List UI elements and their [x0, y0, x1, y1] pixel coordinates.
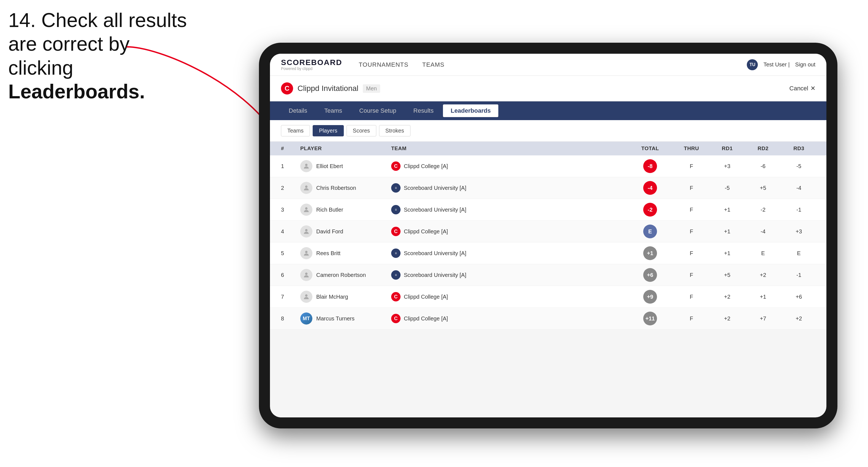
cell-rank: 1 — [281, 163, 298, 169]
team-icon: C — [391, 292, 401, 302]
cell-thru: F — [675, 294, 708, 300]
player-avatar — [300, 182, 312, 194]
table-row: 1 Elliot Ebert C Clippd College [A] -8 F… — [270, 155, 827, 177]
cell-player: Chris Robertson — [300, 182, 389, 194]
cell-rd1: +2 — [711, 294, 744, 300]
team-icon: ≡ — [391, 270, 401, 280]
cell-rd1: +5 — [711, 272, 744, 278]
team-name: Scoreboard University [A] — [404, 207, 466, 213]
player-avatar — [300, 160, 312, 172]
cell-thru: F — [675, 228, 708, 235]
th-total: TOTAL — [628, 146, 672, 152]
team-icon: ≡ — [391, 205, 401, 214]
cell-team: ≡ Scoreboard University [A] — [391, 270, 625, 280]
th-rank: # — [281, 146, 298, 152]
tab-leaderboards[interactable]: Leaderboards — [443, 104, 499, 117]
table-row: 5 Rees Britt ≡ Scoreboard University [A]… — [270, 243, 827, 264]
cell-rank: 7 — [281, 294, 298, 300]
cell-rd1: +1 — [711, 250, 744, 256]
table-row: 6 Cameron Robertson ≡ Scoreboard Univers… — [270, 264, 827, 286]
filter-strokes-button[interactable]: Strokes — [379, 125, 410, 136]
player-name: Blair McHarg — [316, 294, 348, 300]
cell-rd3: -1 — [782, 207, 815, 213]
tab-teams[interactable]: Teams — [316, 104, 350, 117]
cell-rd1: -5 — [711, 185, 744, 191]
table-row: 3 Rich Butler ≡ Scoreboard University [A… — [270, 199, 827, 221]
tab-navigation: Details Teams Course Setup Results Leade… — [270, 101, 827, 120]
player-name: Elliot Ebert — [316, 163, 343, 169]
tab-course-setup[interactable]: Course Setup — [351, 104, 404, 117]
cell-rd2: +5 — [746, 185, 780, 191]
score-badge: +9 — [643, 290, 657, 304]
cell-player: Elliot Ebert — [300, 160, 389, 172]
svg-point-6 — [305, 273, 308, 275]
cell-thru: F — [675, 315, 708, 322]
th-rd1: RD1 — [711, 146, 744, 152]
nav-teams[interactable]: TEAMS — [422, 61, 444, 68]
cell-rd3: -5 — [782, 163, 815, 169]
cell-rd1: +1 — [711, 228, 744, 235]
tournament-header: C Clippd Invitational Men Cancel ✕ — [270, 76, 827, 101]
cell-rd2: +2 — [746, 272, 780, 278]
player-avatar — [300, 247, 312, 259]
cell-total: +11 — [628, 312, 672, 325]
filter-players-button[interactable]: Players — [313, 125, 344, 136]
close-icon: ✕ — [810, 85, 815, 92]
tournament-icon: C — [281, 82, 293, 94]
cell-rd2: -2 — [746, 207, 780, 213]
team-name: Clippd College [A] — [404, 228, 448, 235]
leaderboard-table: # PLAYER TEAM TOTAL THRU RD1 RD2 RD3 1 E… — [270, 142, 827, 330]
cell-thru: F — [675, 163, 708, 169]
tournament-name: Clippd Invitational — [298, 84, 359, 93]
player-name: Cameron Robertson — [316, 272, 366, 278]
filter-teams-button[interactable]: Teams — [281, 125, 310, 136]
team-name: Scoreboard University [A] — [404, 272, 466, 278]
nav-tournaments[interactable]: TOURNAMENTS — [359, 61, 408, 68]
team-name: Clippd College [A] — [404, 163, 448, 169]
player-name: Chris Robertson — [316, 185, 356, 191]
score-badge: +6 — [643, 268, 657, 282]
table-header: # PLAYER TEAM TOTAL THRU RD1 RD2 RD3 — [270, 142, 827, 155]
instruction-text: 14. Check all results are correct by cli… — [8, 8, 187, 103]
table-row: 7 Blair McHarg C Clippd College [A] +9 F… — [270, 286, 827, 308]
team-name: Scoreboard University [A] — [404, 185, 466, 191]
table-row: 4 David Ford C Clippd College [A] E F +1… — [270, 221, 827, 243]
cell-team: ≡ Scoreboard University [A] — [391, 249, 625, 258]
svg-point-5 — [305, 251, 308, 253]
cell-team: C Clippd College [A] — [391, 292, 625, 302]
player-avatar — [300, 291, 312, 303]
player-avatar — [300, 204, 312, 216]
cell-player: Blair McHarg — [300, 291, 389, 303]
cell-player: MT Marcus Turners — [300, 312, 389, 324]
cell-rank: 2 — [281, 185, 298, 191]
tab-results[interactable]: Results — [406, 104, 441, 117]
cell-total: +9 — [628, 290, 672, 304]
cell-total: E — [628, 224, 672, 238]
cell-rd2: -4 — [746, 228, 780, 235]
player-name: David Ford — [316, 228, 343, 235]
tournament-gender: Men — [363, 84, 380, 93]
svg-point-3 — [305, 207, 308, 210]
cell-rd3: E — [782, 250, 815, 256]
cell-rd1: +3 — [711, 163, 744, 169]
app-logo: SCOREBOARD — [281, 59, 342, 66]
table-row: 2 Chris Robertson ≡ Scoreboard Universit… — [270, 177, 827, 199]
cell-team: ≡ Scoreboard University [A] — [391, 205, 625, 214]
cell-total: +6 — [628, 268, 672, 282]
svg-point-4 — [305, 229, 308, 231]
cell-rd1: +2 — [711, 315, 744, 322]
cancel-button[interactable]: Cancel ✕ — [789, 85, 815, 92]
score-badge: +1 — [643, 246, 657, 260]
signout-link[interactable]: Sign out — [795, 61, 815, 68]
team-icon: ≡ — [391, 249, 401, 258]
table-body: 1 Elliot Ebert C Clippd College [A] -8 F… — [270, 155, 827, 330]
th-team: TEAM — [391, 146, 625, 152]
filter-scores-button[interactable]: Scores — [346, 125, 376, 136]
cell-rank: 6 — [281, 272, 298, 278]
svg-point-7 — [305, 294, 308, 297]
cell-thru: F — [675, 272, 708, 278]
cell-total: -2 — [628, 203, 672, 217]
cell-team: C Clippd College [A] — [391, 314, 625, 323]
tab-details[interactable]: Details — [281, 104, 315, 117]
cell-rd2: -6 — [746, 163, 780, 169]
